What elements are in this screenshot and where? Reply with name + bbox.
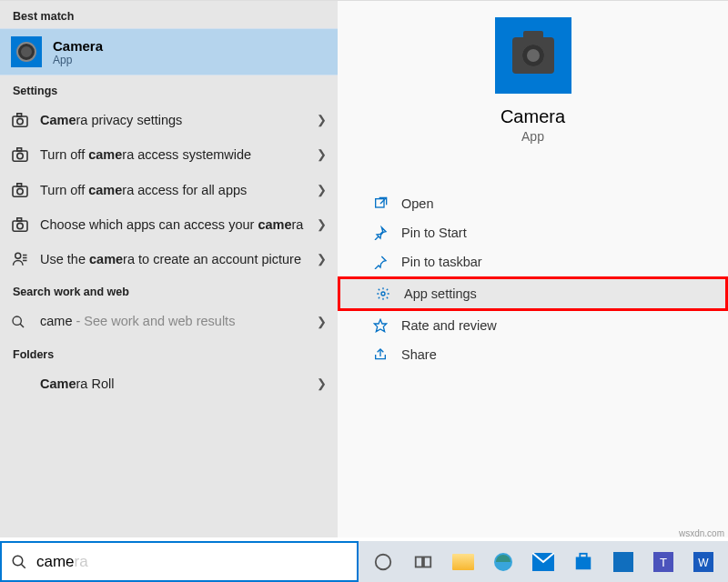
settings-item-label: Camera privacy settings <box>40 111 306 129</box>
svg-rect-29 <box>576 557 592 569</box>
svg-text:T: T <box>660 556 667 569</box>
camera-icon <box>11 113 29 127</box>
svg-point-4 <box>17 154 23 159</box>
pin-start-icon <box>372 226 389 240</box>
web-search-text: came - See work and web results <box>40 312 306 330</box>
app-hero: Camera App <box>495 17 571 144</box>
folder-item[interactable]: Camera Roll ❯ <box>0 366 338 401</box>
action-label: Share <box>401 347 437 362</box>
svg-rect-18 <box>376 199 384 207</box>
action-label: Open <box>401 196 433 211</box>
search-input[interactable]: camera <box>36 553 88 571</box>
action-label: Pin to taskbar <box>401 255 482 269</box>
svg-point-22 <box>13 556 23 566</box>
svg-point-12 <box>15 254 21 259</box>
svg-line-17 <box>20 324 24 327</box>
settings-item[interactable]: Turn off camera access systemwide❯ <box>0 137 338 172</box>
best-match-title: Camera <box>53 38 103 54</box>
section-settings: Settings <box>0 75 338 103</box>
svg-rect-30 <box>580 553 586 557</box>
app-title: Camera <box>500 106 565 127</box>
chevron-right-icon: ❯ <box>317 182 327 198</box>
svg-text:W: W <box>698 557 709 569</box>
svg-point-24 <box>376 554 391 569</box>
search-icon <box>11 554 27 570</box>
action-label: App settings <box>404 286 477 301</box>
svg-point-7 <box>17 188 23 194</box>
settings-item[interactable]: Camera privacy settings❯ <box>0 103 338 137</box>
rate-icon <box>372 318 389 333</box>
task-view-icon[interactable] <box>404 543 442 581</box>
svg-rect-25 <box>416 557 422 567</box>
app-icon[interactable] <box>604 543 642 581</box>
section-best-match: Best match <box>0 1 338 28</box>
svg-point-20 <box>381 292 385 296</box>
camera-icon <box>495 17 571 94</box>
action-pin-start[interactable]: Pin to Start <box>338 218 728 247</box>
search-box[interactable]: camera <box>0 541 359 582</box>
chevron-right-icon: ❯ <box>317 146 327 163</box>
open-icon <box>372 196 389 211</box>
folder-label: Camera Roll <box>40 375 306 393</box>
action-label: Rate and review <box>401 318 497 333</box>
chevron-right-icon: ❯ <box>317 314 327 330</box>
action-open[interactable]: Open <box>338 189 728 218</box>
action-rate[interactable]: Rate and review <box>338 311 728 340</box>
teams-icon[interactable]: T <box>644 543 682 581</box>
store-icon[interactable] <box>564 543 602 581</box>
svg-point-1 <box>17 119 23 125</box>
settings-item[interactable]: Turn off camera access for all apps❯ <box>0 173 338 207</box>
action-share[interactable]: Share <box>338 340 728 369</box>
settings-item[interactable]: Use the camera to create an account pict… <box>0 242 338 276</box>
mail-icon[interactable] <box>524 543 562 581</box>
svg-rect-26 <box>424 557 430 567</box>
watermark: wsxdn.com <box>679 528 724 538</box>
svg-rect-8 <box>17 184 22 186</box>
settings-item-label: Turn off camera access for all apps <box>40 181 306 199</box>
best-match-item[interactable]: Camera App <box>0 28 338 75</box>
section-folders: Folders <box>0 339 338 366</box>
cortana-icon[interactable] <box>364 543 402 581</box>
camera-icon <box>11 147 29 162</box>
file-explorer-icon[interactable] <box>444 543 482 581</box>
results-column: Best match Camera App Settings Camera pr… <box>0 1 338 537</box>
settings-item-label: Choose which apps can access your camera <box>40 216 306 234</box>
svg-point-10 <box>17 223 23 228</box>
camera-icon <box>11 217 29 232</box>
svg-rect-2 <box>17 114 22 116</box>
web-search-item[interactable]: came - See work and web results ❯ <box>0 304 338 338</box>
search-icon <box>11 315 29 329</box>
action-pin-taskbar[interactable]: Pin to taskbar <box>338 247 728 276</box>
chevron-right-icon: ❯ <box>317 112 327 128</box>
action-app-settings[interactable]: App settings <box>338 276 728 311</box>
chevron-right-icon: ❯ <box>317 251 327 267</box>
settings-item[interactable]: Choose which apps can access your camera… <box>0 207 338 242</box>
svg-line-23 <box>21 564 25 568</box>
share-icon <box>372 347 389 362</box>
settings-item-label: Turn off camera access systemwide <box>40 146 306 164</box>
settings-item-label: Use the camera to create an account pict… <box>40 250 306 268</box>
word-icon[interactable]: W <box>684 543 723 581</box>
action-label: Pin to Start <box>401 226 467 240</box>
svg-rect-11 <box>17 218 22 221</box>
svg-marker-21 <box>374 319 386 331</box>
section-search-web: Search work and web <box>0 276 338 304</box>
edge-icon[interactable] <box>484 543 522 581</box>
camera-icon <box>11 36 42 67</box>
chevron-right-icon: ❯ <box>317 216 327 233</box>
pin-taskbar-icon <box>372 255 389 269</box>
svg-rect-31 <box>613 552 633 572</box>
best-match-subtitle: App <box>53 54 103 66</box>
svg-point-16 <box>13 316 21 325</box>
app-subtitle: App <box>521 129 544 144</box>
svg-rect-5 <box>17 148 22 151</box>
taskbar: T W <box>359 541 728 582</box>
chevron-right-icon: ❯ <box>317 376 327 392</box>
app-settings-icon <box>375 286 391 301</box>
person-icon <box>11 251 29 267</box>
detail-panel: Camera App OpenPin to StartPin to taskba… <box>338 1 728 537</box>
camera-icon <box>11 183 29 197</box>
